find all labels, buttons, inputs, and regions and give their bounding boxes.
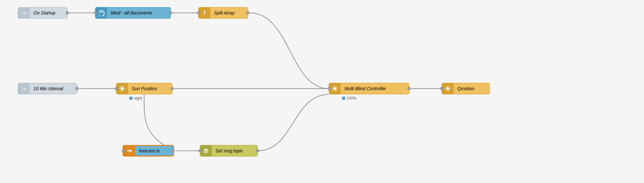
- qmotion-label: Qmotion: [454, 86, 478, 91]
- svg-line-7: [123, 90, 124, 91]
- blind-all-docs-icon: [95, 7, 107, 19]
- sun-position-sub-label: night: [129, 96, 142, 101]
- forecast-io-port-in[interactable]: [122, 149, 125, 152]
- multi-blind-controller-icon: [329, 83, 341, 94]
- ten-min-interval-port-out[interactable]: [75, 87, 79, 90]
- qmotion-port-in[interactable]: [440, 87, 444, 90]
- qmotion-icon: [442, 83, 454, 94]
- forecast-io-label: forecast.io: [135, 148, 164, 153]
- svg-line-17: [336, 86, 337, 87]
- svg-point-1: [121, 87, 123, 90]
- svg-line-8: [123, 86, 124, 87]
- split-array-node[interactable]: f Split Array: [198, 7, 248, 19]
- sun-position-label: Sun Position: [128, 86, 161, 91]
- qmotion-node[interactable]: Qmotion: [442, 83, 490, 94]
- svg-line-9: [120, 90, 121, 91]
- set-msg-topic-node[interactable]: Set msg.topic: [200, 145, 258, 157]
- multi-blind-controller-dot: [342, 97, 345, 100]
- forecast-io-port-out[interactable]: [171, 149, 175, 152]
- forecast-io-node[interactable]: ⇒ forecast.io: [122, 145, 174, 157]
- blind-all-docs-node[interactable]: blind - all documents: [95, 7, 171, 19]
- svg-line-6: [120, 86, 121, 87]
- split-array-label: Split Array: [210, 10, 239, 15]
- on-startup-label: On Startup: [30, 10, 59, 15]
- ten-min-interval-icon: ⇒: [18, 83, 30, 94]
- blind-all-docs-port-in[interactable]: [94, 11, 97, 14]
- blind-all-docs-port-out[interactable]: [169, 11, 172, 14]
- svg-point-10: [333, 87, 336, 90]
- on-startup-port-out[interactable]: [66, 11, 69, 14]
- multi-blind-controller-node[interactable]: Multi Blind Controller 100%: [329, 83, 409, 94]
- ten-min-interval-node[interactable]: ⇒ 10 Min Interval: [18, 83, 77, 94]
- split-array-port-in[interactable]: [197, 11, 200, 14]
- svg-line-18: [333, 90, 333, 91]
- on-startup-node[interactable]: ⇒ On Startup: [18, 7, 68, 19]
- forecast-io-icon: ⇒: [123, 145, 135, 157]
- svg-line-24: [445, 86, 446, 87]
- on-startup-icon: ⇒: [18, 7, 30, 19]
- sun-position-node[interactable]: Sun Position night: [116, 83, 172, 94]
- multi-blind-controller-label: Multi Blind Controller: [341, 86, 390, 91]
- set-msg-topic-icon: [200, 145, 212, 157]
- flow-canvas: ⇒ On Startup blind - all documents f Spl…: [0, 0, 644, 183]
- split-array-icon: f: [199, 7, 210, 19]
- svg-line-26: [449, 86, 450, 87]
- svg-line-16: [336, 90, 337, 91]
- svg-line-15: [333, 86, 333, 87]
- set-msg-topic-label: Set msg.topic: [212, 148, 247, 153]
- svg-line-25: [449, 90, 450, 91]
- multi-blind-controller-port-in[interactable]: [327, 87, 331, 90]
- set-msg-topic-port-in[interactable]: [199, 149, 202, 152]
- svg-line-27: [445, 90, 446, 91]
- multi-blind-controller-sub-label: 100%: [342, 96, 356, 101]
- sun-position-dot: [129, 97, 132, 100]
- sun-position-port-in[interactable]: [115, 87, 118, 90]
- multi-blind-controller-port-out[interactable]: [407, 87, 411, 90]
- sun-position-port-out[interactable]: [171, 87, 174, 90]
- svg-point-0: [102, 12, 102, 13]
- connections-layer: [0, 0, 644, 183]
- split-array-port-out[interactable]: [246, 11, 249, 14]
- set-msg-topic-port-out[interactable]: [256, 149, 259, 152]
- svg-point-19: [446, 87, 449, 90]
- sun-position-icon: [116, 83, 128, 94]
- blind-all-docs-label: blind - all documents: [107, 10, 156, 15]
- ten-min-interval-label: 10 Min Interval: [30, 86, 67, 91]
